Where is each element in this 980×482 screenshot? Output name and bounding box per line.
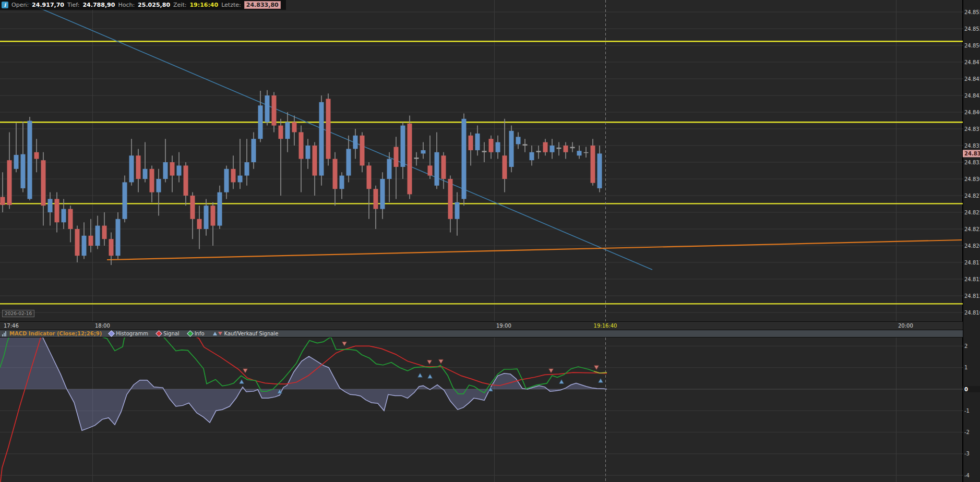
candle-body	[319, 102, 324, 176]
candle-body	[163, 162, 168, 179]
candle-body	[129, 155, 134, 182]
candle-body	[414, 158, 419, 159]
price-axis-label: 24.850	[964, 43, 980, 49]
candle-body	[150, 169, 154, 192]
candle-body	[21, 154, 26, 188]
candle-body	[516, 137, 521, 144]
candle-body	[584, 152, 589, 153]
candle-body	[7, 160, 12, 205]
sell-signal-marker	[549, 369, 554, 373]
candle-body	[435, 152, 439, 186]
candle-body	[89, 236, 93, 246]
price-axis-label: 24.830	[964, 176, 980, 182]
candle-body	[102, 226, 107, 239]
tief-value: 24.788,90	[82, 2, 115, 8]
candle-body	[360, 136, 365, 166]
candle-body	[333, 159, 338, 189]
candles-series	[1, 90, 602, 265]
price-axis-label: 24.812	[964, 293, 980, 299]
chart-date-badge: 2026-02-16	[2, 310, 34, 317]
price-axis-label: 24.842	[964, 93, 980, 99]
candle-body	[272, 95, 277, 126]
candle-body	[421, 150, 426, 153]
candle-body	[408, 124, 412, 195]
histogram-area	[0, 316, 607, 431]
candle-body	[204, 206, 209, 229]
buy-signal-marker	[559, 380, 564, 384]
quote-info-bar: i Open: 24.917,70 Tief: 24.788,90 Hoch: …	[0, 0, 286, 10]
price-axis-label: 24.832	[964, 160, 980, 165]
sell-signal-marker	[439, 359, 444, 364]
candle-body	[190, 196, 195, 219]
candle-body	[34, 152, 39, 159]
candle-body	[394, 147, 399, 167]
hoch-value: 25.025,80	[138, 2, 170, 8]
candle-body	[353, 136, 358, 149]
candle-body	[428, 165, 433, 175]
candle-body	[224, 169, 229, 192]
price-axis-label: 24.845	[964, 76, 980, 82]
time-axis-label: 18:00	[95, 323, 110, 329]
candle-body	[536, 151, 541, 152]
price-panel[interactable]	[0, 0, 963, 321]
candle-body	[14, 155, 19, 169]
candle-body	[68, 209, 73, 229]
candle-body	[62, 209, 66, 223]
open-value: 24.917,70	[32, 2, 64, 8]
candle-body	[211, 206, 216, 225]
candle-body	[82, 236, 87, 256]
candle-body	[570, 147, 575, 149]
buy-signal-marker	[418, 373, 423, 377]
candle-body	[299, 132, 304, 159]
candle-body	[543, 142, 548, 152]
buy-signal-marker	[599, 378, 603, 382]
macd-panel[interactable]	[0, 269, 963, 482]
candle-body	[448, 179, 453, 219]
candle-body	[380, 179, 385, 209]
candle-body	[184, 165, 188, 196]
candle-body	[1, 197, 5, 205]
candle-body	[116, 219, 121, 256]
chart-canvas[interactable]: 24.85524.85224.85024.84724.84524.84224.8…	[0, 0, 980, 482]
candle-body	[503, 155, 507, 179]
price-axis-label: 24.847	[964, 59, 980, 65]
letzte-label: Letzte:	[221, 2, 241, 8]
candle-body	[109, 239, 114, 256]
price-axis-label: 24.840	[964, 110, 980, 115]
price-axis-label: 24.810	[964, 310, 980, 316]
price-axis-label: 24.817	[964, 260, 980, 266]
open-label: Open:	[11, 2, 29, 8]
info-icon[interactable]: i	[2, 2, 8, 8]
candle-body	[313, 146, 317, 176]
buy-signal-marker	[240, 380, 244, 384]
candle-body	[469, 136, 473, 150]
candle-body	[177, 165, 182, 175]
candle-body	[123, 182, 127, 219]
time-axis-label: 17:46	[4, 323, 19, 329]
trading-chart-window: MACD Indicator (Close;12;26;9) Histogram…	[0, 0, 980, 482]
candle-body	[462, 119, 467, 199]
candle-body	[143, 169, 148, 179]
macd-axis-label: 1	[964, 365, 967, 370]
candle-body	[48, 199, 53, 212]
hoch-label: Hoch:	[118, 2, 135, 8]
candle-body	[591, 146, 595, 183]
candle-body	[523, 144, 528, 146]
candle-body	[455, 202, 460, 219]
candle-body	[238, 176, 243, 183]
zeit-label: Zeit:	[173, 2, 186, 8]
candle-body	[509, 131, 514, 167]
candle-body	[306, 146, 310, 159]
letzte-value-badge: 24.833,80	[244, 1, 281, 9]
candle-body	[326, 99, 331, 159]
candle-body	[41, 160, 46, 206]
candle-body	[367, 165, 372, 189]
sell-signal-marker	[427, 360, 432, 364]
candle-body	[218, 192, 222, 226]
candle-body	[252, 139, 256, 162]
candle-body	[136, 155, 141, 179]
price-axis-label: 24.815	[964, 276, 980, 282]
time-axis-label: 19:00	[496, 323, 511, 329]
tief-label: Tief:	[67, 2, 79, 8]
candle-body	[55, 199, 59, 222]
